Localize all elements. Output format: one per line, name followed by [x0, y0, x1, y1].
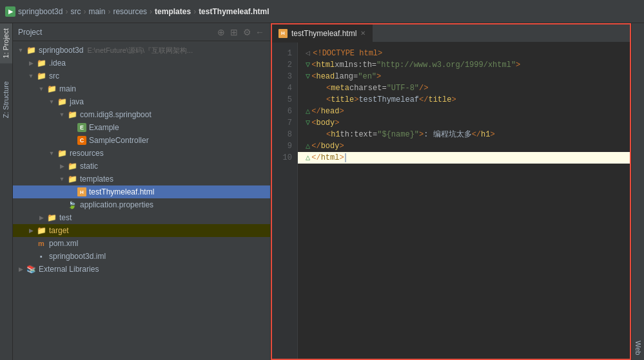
- tree-item-pom[interactable]: ▶ m pom.xml: [13, 237, 270, 250]
- folder-icon-src: 📁: [36, 71, 46, 81]
- code-line-8: <h1 th:text="${name}" > : 编程坑太多 </h1 >: [306, 129, 622, 140]
- code-line-7: ▽ <body >: [306, 117, 622, 129]
- editor-panel: H testThymeleaf.html ✕ 1 2 3 4 5 6 7 8 9: [271, 23, 631, 360]
- breadcrumb-templates[interactable]: templates: [155, 7, 191, 16]
- folder-icon-target: 📁: [36, 225, 46, 236]
- folder-icon-test: 📁: [46, 213, 57, 223]
- tree-item-test[interactable]: ▶ 📁 test: [13, 211, 270, 224]
- tree-item-samplecontroller[interactable]: ▶ C SampleController: [13, 134, 270, 147]
- expand-arrow-idea[interactable]: ▶: [26, 60, 36, 66]
- app-icon: ▶: [5, 6, 15, 17]
- panel-header: Project ⊕ ⊞ ⚙ ←: [13, 23, 270, 41]
- tree-item-testthymeleaf[interactable]: ▶ H testThymeleaf.html: [13, 185, 270, 198]
- breadcrumb-project[interactable]: springboot3d: [18, 7, 63, 16]
- tree-label-external: External Libraries: [39, 265, 99, 274]
- code-line-4: <meta charset="UTF-8" />: [306, 82, 622, 94]
- tree-label-sc: SampleController: [89, 136, 149, 145]
- tree-label-target: target: [49, 226, 69, 235]
- folder-icon-templates: 📁: [67, 174, 77, 184]
- tree-item-appprops[interactable]: ▶ 🍃 application.properties: [13, 198, 270, 211]
- tree-item-java[interactable]: ▼ 📁 java: [13, 95, 270, 108]
- tree-item-iml[interactable]: ▶ ▪ springboot3d.iml: [13, 250, 270, 263]
- expand-arrow-external[interactable]: ▶: [15, 266, 26, 272]
- tree-label-idea: .idea: [49, 59, 66, 68]
- line-numbers: 1 2 3 4 5 6 7 8 9 10: [272, 43, 298, 359]
- folder-icon-static: 📁: [67, 161, 77, 171]
- html-icon-tt: H: [77, 187, 86, 196]
- editor-tab-testthymeleaf[interactable]: H testThymeleaf.html ✕: [272, 24, 373, 43]
- editor-tab-close[interactable]: ✕: [360, 30, 366, 37]
- xml-icon-pom: m: [36, 238, 46, 249]
- tree-label-templates: templates: [80, 175, 113, 184]
- tree-label-resources: resources: [70, 149, 104, 158]
- tree-label-root: springboot3d: [39, 46, 83, 55]
- panel-controls: ⊕ ⊞ ⚙ ←: [216, 27, 265, 37]
- breadcrumb-file[interactable]: testThymeleaf.html: [199, 7, 269, 16]
- breadcrumb: springboot3d › src › main › resources › …: [18, 7, 269, 16]
- code-content[interactable]: ◁ <!DOCTYPE html> ▽ <html xmlns:th="http…: [298, 43, 630, 359]
- tree-item-com[interactable]: ▼ 📁 com.idig8.springboot: [13, 108, 270, 121]
- folder-icon-main: 📁: [46, 84, 57, 94]
- title-bar: ▶ springboot3d › src › main › resources …: [0, 0, 644, 23]
- breadcrumb-src[interactable]: src: [70, 7, 81, 16]
- panel-add-btn[interactable]: ⊕: [216, 27, 226, 37]
- tree-item-main[interactable]: ▼ 📁 main: [13, 82, 270, 95]
- project-panel: Project ⊕ ⊞ ⚙ ← ▼ 📁 springboot3d E:\netF…: [13, 23, 271, 360]
- tree-item-idea[interactable]: ▶ 📁 .idea: [13, 57, 270, 70]
- expand-arrow-static[interactable]: ▶: [57, 163, 67, 169]
- tree-item-external[interactable]: ▶ 📚 External Libraries: [13, 263, 270, 276]
- tree-label-test: test: [59, 213, 72, 222]
- tree-label-tt: testThymeleaf.html: [89, 187, 154, 196]
- tab-structure[interactable]: Z: Structure: [0, 76, 12, 123]
- breadcrumb-main[interactable]: main: [88, 7, 105, 16]
- expand-arrow-test[interactable]: ▶: [36, 214, 46, 221]
- panel-settings-btn[interactable]: ⚙: [242, 27, 252, 37]
- right-sidebar: Web: [631, 23, 644, 360]
- editor-tab-label: testThymeleaf.html: [291, 29, 356, 38]
- tree-item-target[interactable]: ▶ 📁 target: [13, 224, 270, 237]
- line-num-9: 9: [272, 140, 297, 152]
- editor-tabs: H testThymeleaf.html ✕: [272, 24, 630, 43]
- line-num-10: 10: [272, 152, 297, 164]
- expand-arrow-java[interactable]: ▼: [46, 99, 57, 105]
- code-line-5: <title >testThymeleaf </title >: [306, 94, 622, 106]
- tab-project[interactable]: 1: Project: [0, 23, 12, 63]
- tree-item-src[interactable]: ▼ 📁 src: [13, 70, 270, 82]
- line-num-4: 4: [272, 82, 297, 94]
- tree-item-root[interactable]: ▼ 📁 springboot3d E:\netFuture\源码\『互联网架构.…: [13, 44, 270, 57]
- code-editor[interactable]: 1 2 3 4 5 6 7 8 9 10 ◁ <!DOCTYPE ht: [272, 43, 630, 359]
- expand-arrow-src[interactable]: ▼: [26, 73, 36, 79]
- code-line-6: △ </head >: [306, 106, 622, 117]
- tree-item-example[interactable]: ▶ E Example: [13, 121, 270, 134]
- line-num-7: 7: [272, 117, 297, 129]
- tree-label-static: static: [80, 162, 98, 171]
- code-line-10: △ </html >: [298, 152, 630, 164]
- iml-icon: ▪: [36, 251, 46, 261]
- expand-arrow-target[interactable]: ▶: [26, 227, 36, 234]
- editor-tab-icon: H: [278, 29, 288, 38]
- line-num-3: 3: [272, 71, 297, 82]
- tree-item-resources[interactable]: ▼ 📁 resources: [13, 147, 270, 160]
- expand-arrow-templates[interactable]: ▼: [57, 176, 67, 182]
- tree-label-iml: springboot3d.iml: [49, 252, 106, 261]
- tree-item-templates[interactable]: ▼ 📁 templates: [13, 173, 270, 185]
- panel-collapse-btn[interactable]: ←: [255, 27, 265, 37]
- expand-arrow-resources[interactable]: ▼: [46, 150, 57, 156]
- tab-web[interactable]: Web: [632, 336, 644, 360]
- folder-icon-idea: 📁: [36, 58, 46, 68]
- folder-icon-root: 📁: [26, 45, 36, 55]
- breadcrumb-resources[interactable]: resources: [113, 7, 147, 16]
- expand-arrow-root[interactable]: ▼: [15, 47, 26, 53]
- code-line-3: ▽ <head lang="en" >: [306, 71, 622, 82]
- panel-title: Project: [18, 28, 42, 37]
- tree-label-props: application.properties: [80, 200, 153, 209]
- folder-icon-resources: 📁: [57, 148, 67, 158]
- panel-grid-btn[interactable]: ⊞: [229, 27, 239, 37]
- tree-label-src: src: [49, 71, 59, 81]
- expand-arrow-main[interactable]: ▼: [36, 86, 46, 92]
- sidebar-tabs: 1: Project Z: Structure: [0, 23, 13, 360]
- tree-item-static[interactable]: ▶ 📁 static: [13, 160, 270, 173]
- expand-arrow-com[interactable]: ▼: [57, 111, 67, 118]
- line-num-1: 1: [272, 48, 297, 59]
- file-tree: ▼ 📁 springboot3d E:\netFuture\源码\『互联网架构.…: [13, 41, 270, 360]
